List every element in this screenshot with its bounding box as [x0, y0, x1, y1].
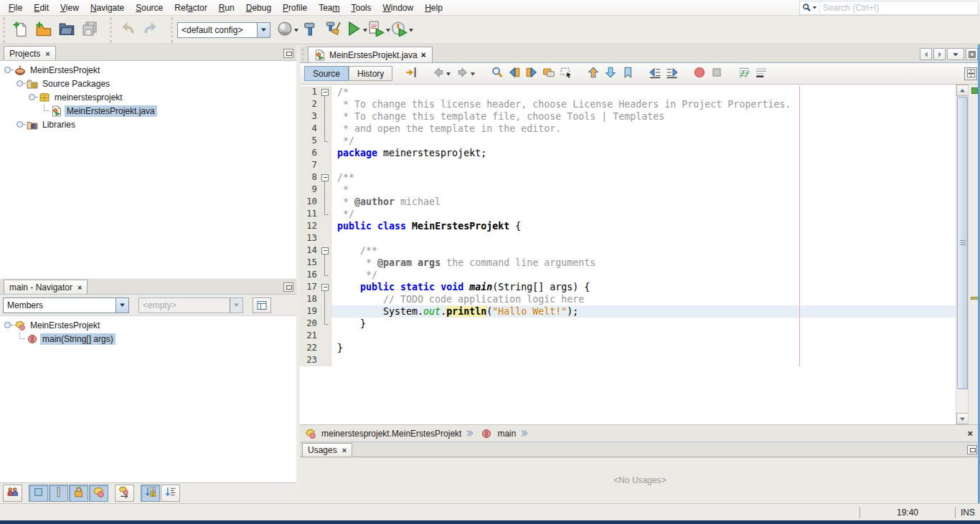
clean-and-build-project-button[interactable] — [323, 19, 344, 41]
tab-usages[interactable]: Usages × — [302, 443, 352, 457]
shift-line-right-button[interactable] — [664, 65, 681, 82]
new-project-button[interactable] — [33, 19, 55, 41]
next-occurrence-button[interactable] — [523, 65, 540, 82]
config-combobox-arrow-icon[interactable] — [257, 23, 270, 37]
tab-meinerstesprojekt-java[interactable]: MeinErstesProjekt.java × — [308, 47, 433, 62]
menu-refactor[interactable]: Refactor — [169, 1, 212, 14]
deploy-button[interactable] — [277, 19, 298, 41]
tree-item-libraries[interactable]: Libraries — [0, 118, 296, 131]
shift-line-left-button[interactable] — [646, 65, 664, 82]
config-combobox[interactable]: <default config> — [177, 22, 270, 38]
save-all-button[interactable] — [79, 19, 100, 41]
projects-close-icon[interactable]: × — [45, 50, 50, 57]
find-selection-button[interactable] — [489, 65, 506, 82]
breadcrumb-close-icon[interactable]: × — [964, 428, 976, 439]
menu-file[interactable]: File — [3, 1, 28, 14]
previous-occurrence-button[interactable] — [506, 65, 523, 82]
previous-bookmark-button[interactable] — [585, 65, 602, 82]
tree-item-meinerstesprojekt[interactable]: meinerstesprojekt — [0, 90, 296, 104]
comment-button[interactable]: // — [735, 65, 753, 82]
back-button[interactable] — [430, 65, 454, 82]
code-fold-icon[interactable] — [320, 244, 331, 257]
breadcrumb-item-main[interactable]: main — [480, 428, 516, 439]
navigator-minimize-button[interactable] — [283, 282, 293, 292]
tab-navigator[interactable]: main - Navigator × — [4, 280, 88, 294]
dropdown-arrow-icon[interactable] — [362, 27, 368, 33]
redo-button[interactable] — [140, 19, 161, 41]
dropdown-arrow-icon[interactable] — [446, 71, 452, 77]
usages-minimize-button[interactable] — [967, 445, 977, 454]
search-icon[interactable] — [800, 1, 820, 14]
code-fold-icon[interactable] — [320, 86, 331, 98]
editor-tab-close-icon[interactable]: × — [421, 50, 426, 60]
members-combobox[interactable]: Members — [3, 297, 129, 313]
uncomment-button[interactable] — [753, 65, 770, 82]
tree-item-main-string-args[interactable]: main(String[] args) — [0, 332, 296, 346]
projects-minimize-button[interactable] — [283, 49, 293, 58]
menu-source[interactable]: Source — [130, 1, 169, 14]
toggle-rectangular-selection-button[interactable] — [557, 65, 575, 82]
history-view-button[interactable]: History — [349, 66, 392, 81]
tree-item-meinerstesprojekt-java[interactable]: MeinErstesProjekt.java — [0, 104, 296, 118]
search-dropdown-icon[interactable] — [812, 3, 817, 12]
show-inner-classes-button[interactable] — [89, 485, 108, 502]
search-input[interactable] — [820, 2, 978, 14]
scroll-up-button[interactable] — [956, 85, 969, 96]
source-view-button[interactable]: Source — [304, 66, 349, 81]
open-project-button[interactable] — [56, 19, 77, 41]
build-project-button[interactable] — [300, 19, 321, 41]
tree-expand-handle-icon[interactable] — [15, 118, 26, 131]
menu-debug[interactable]: Debug — [240, 1, 277, 14]
breadcrumb-item-meinerstesprojekt[interactable]: meinerstesprojekt.MeinErstesProjekt — [304, 428, 461, 439]
code-fold-icon[interactable] — [320, 281, 331, 293]
scroll-down-button[interactable] — [956, 413, 969, 424]
code-editor[interactable]: 1/*2 * To change this license header, ch… — [300, 85, 956, 424]
show-fields-button[interactable] — [29, 485, 48, 502]
menu-team[interactable]: Team — [313, 1, 345, 14]
menu-run[interactable]: Run — [213, 1, 240, 14]
quick-search[interactable] — [799, 1, 979, 15]
scroll-tabs-right-button[interactable] — [933, 48, 946, 60]
forward-button[interactable] — [454, 65, 479, 82]
breadcrumb-chevron-icon[interactable] — [519, 429, 531, 439]
tree-expand-handle-icon[interactable] — [27, 90, 38, 104]
dropdown-arrow-icon[interactable] — [408, 27, 414, 33]
show-non-public-members-button[interactable] — [69, 485, 88, 502]
new-file-button[interactable] — [10, 19, 32, 41]
breadcrumb-chevron-icon[interactable] — [465, 429, 476, 439]
show-inherited-members-button[interactable] — [3, 485, 22, 502]
split-document-button[interactable] — [964, 67, 977, 80]
sort-by-source-button[interactable] — [161, 485, 180, 502]
menu-profile[interactable]: Profile — [277, 1, 313, 14]
scroll-tabs-left-button[interactable] — [920, 48, 932, 60]
maximize-window-button[interactable] — [966, 48, 978, 60]
toggle-highlight-search-button[interactable] — [540, 65, 557, 82]
profile-project-button[interactable] — [392, 19, 413, 41]
menu-window[interactable]: Window — [377, 1, 420, 14]
debug-project-button[interactable] — [369, 19, 390, 41]
stop-macro-recording-button[interactable] — [708, 65, 725, 82]
run-project-button[interactable] — [346, 19, 367, 41]
scrollbar-thumb[interactable] — [957, 97, 968, 389]
tree-item-meinerstesprojekt[interactable]: MeinErstesProjekt — [0, 63, 296, 77]
code-fold-icon[interactable] — [320, 171, 331, 184]
menu-navigate[interactable]: Navigate — [85, 1, 130, 14]
sort-alphabetically-button[interactable]: AZ — [141, 485, 160, 502]
menu-edit[interactable]: Edit — [28, 1, 55, 14]
start-macro-recording-button[interactable] — [691, 65, 708, 82]
menu-help[interactable]: Help — [419, 1, 448, 14]
menu-view[interactable]: View — [55, 1, 85, 14]
tab-list-dropdown-button[interactable] — [947, 48, 964, 60]
tree-expand-handle-icon[interactable] — [3, 318, 14, 332]
next-bookmark-button[interactable] — [602, 65, 619, 82]
menu-tools[interactable]: Tools — [345, 1, 377, 14]
undo-button[interactable] — [117, 19, 138, 41]
usages-close-icon[interactable]: × — [342, 447, 347, 454]
dropdown-arrow-icon[interactable] — [293, 27, 299, 33]
editor-vertical-scrollbar[interactable] — [956, 85, 968, 424]
tree-expand-handle-icon[interactable] — [15, 77, 26, 90]
navigator-view-button[interactable] — [253, 297, 271, 313]
navigator-close-icon[interactable]: × — [77, 284, 82, 291]
toggle-bookmark-button[interactable] — [619, 65, 636, 82]
fully-qualified-names-button[interactable] — [115, 485, 134, 502]
